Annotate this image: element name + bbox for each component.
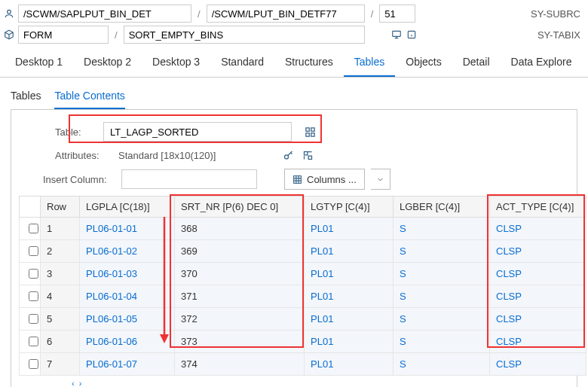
cell-lgber[interactable]: S: [400, 223, 406, 234]
cell-act-type[interactable]: CLSP: [496, 336, 522, 347]
subtab-table-contents[interactable]: Table Contents: [54, 85, 124, 109]
cell-lgtyp[interactable]: PL01: [311, 223, 333, 234]
cell-srt-nr: 373: [181, 336, 198, 347]
col-lgtyp[interactable]: LGTYP [C(4)]: [305, 197, 394, 218]
event-type-input[interactable]: [18, 26, 109, 44]
col-srt-nr[interactable]: SRT_NR [P(6) DEC 0]: [175, 197, 305, 218]
table-row[interactable]: 5PL06-01-05372PL01SCLSP: [20, 308, 586, 331]
monitor-icon[interactable]: [390, 29, 403, 41]
cell-lgtyp[interactable]: PL01: [311, 245, 333, 257]
cell-act-type[interactable]: CLSP: [496, 223, 522, 234]
horizontal-scroll-arrows[interactable]: ‹›: [19, 376, 569, 387]
cell-lgtyp[interactable]: PL01: [311, 358, 333, 370]
cell-act-type[interactable]: CLSP: [496, 313, 522, 325]
tab-desktop-3[interactable]: Desktop 3: [142, 48, 210, 77]
cell-lgpla[interactable]: PL06-01-02: [86, 245, 137, 257]
table-row[interactable]: 1PL06-01-01368PL01SCLSP: [20, 218, 586, 240]
cell-srt-nr: 371: [181, 291, 198, 302]
cell-lgpla[interactable]: PL06-01-07: [86, 358, 137, 370]
row-number: 4: [41, 285, 80, 308]
line-input[interactable]: [379, 5, 415, 23]
table-label: Table:: [55, 126, 97, 138]
cube-icon: [3, 29, 15, 41]
content-subtabs: Tables Table Contents: [0, 78, 588, 109]
attributes-row: Attributes: Standard [18x10(120)]: [55, 149, 569, 161]
info-icon[interactable]: [406, 29, 418, 41]
expand-icon[interactable]: [302, 149, 314, 161]
cell-srt-nr: 370: [181, 268, 198, 279]
cell-lgber[interactable]: S: [400, 245, 406, 257]
cell-act-type[interactable]: CLSP: [496, 245, 522, 257]
program-toolbar: / / SY-SUBRC / SY-TABIX: [0, 0, 588, 48]
chevron-down-icon: [376, 175, 384, 184]
cell-lgber[interactable]: S: [400, 358, 406, 370]
cell-lgber[interactable]: S: [400, 268, 406, 279]
columns-dropdown-toggle[interactable]: [371, 169, 390, 190]
row-checkbox[interactable]: [29, 314, 38, 324]
separator: /: [194, 8, 204, 20]
cell-lgtyp[interactable]: PL01: [311, 336, 333, 347]
svg-rect-10: [294, 175, 302, 183]
cell-lgpla[interactable]: PL06-01-01: [86, 223, 137, 234]
tab-desktop-2[interactable]: Desktop 2: [73, 48, 142, 77]
cell-act-type[interactable]: CLSP: [496, 358, 522, 370]
program-input[interactable]: [18, 5, 191, 23]
tab-structures[interactable]: Structures: [274, 48, 344, 77]
col-lgber[interactable]: LGBER [C(4)]: [394, 197, 490, 218]
table-row[interactable]: 7PL06-01-07374PL01SCLSP: [20, 353, 586, 376]
cell-act-type[interactable]: CLSP: [496, 291, 522, 302]
row-checkbox[interactable]: [29, 224, 38, 233]
cell-lgtyp[interactable]: PL01: [311, 291, 333, 302]
col-checkbox: [20, 197, 41, 218]
header-row: Row LGPLA [C(18)] SRT_NR [P(6) DEC 0] LG…: [20, 197, 586, 218]
event-name-input[interactable]: [124, 26, 365, 44]
tab-standard[interactable]: Standard: [210, 48, 274, 77]
svg-rect-1: [392, 31, 400, 36]
row-checkbox[interactable]: [29, 291, 38, 301]
insert-column-input[interactable]: [121, 169, 257, 189]
svg-rect-9: [308, 156, 311, 159]
columns-config-button[interactable]: Columns ...: [284, 169, 365, 190]
cell-lgber[interactable]: S: [400, 336, 406, 347]
cell-act-type[interactable]: CLSP: [496, 268, 522, 279]
include-input[interactable]: [207, 5, 365, 23]
cell-srt-nr: 368: [181, 223, 198, 234]
table-row[interactable]: 2PL06-01-02369PL01SCLSP: [20, 240, 586, 263]
table-row[interactable]: 4PL06-01-04371PL01SCLSP: [20, 285, 586, 308]
content-frame: Table: Attributes: Standard [18x10(120)]…: [11, 109, 577, 387]
row-checkbox[interactable]: [29, 246, 38, 256]
key-icon[interactable]: [282, 149, 294, 161]
col-row[interactable]: Row: [41, 197, 80, 218]
col-act-type[interactable]: ACT_TYPE [C(4)]: [490, 197, 586, 218]
table-row[interactable]: 3PL06-01-03370PL01SCLSP: [20, 263, 586, 285]
svg-point-7: [284, 154, 288, 158]
cell-lgpla[interactable]: PL06-01-06: [86, 336, 137, 347]
scroll-right-icon: ›: [79, 379, 82, 387]
table-wrapper: Row LGPLA [C(18)] SRT_NR [P(6) DEC 0] LG…: [19, 196, 569, 387]
row-number: 1: [41, 218, 80, 240]
grid-icon[interactable]: [304, 126, 316, 138]
table-row[interactable]: 6PL06-01-06373PL01SCLSP: [20, 331, 586, 353]
cell-lgpla[interactable]: PL06-01-05: [86, 313, 137, 325]
row-checkbox[interactable]: [29, 359, 38, 369]
attributes-label: Attributes:: [55, 150, 112, 161]
tab-tables[interactable]: Tables: [344, 48, 395, 77]
tab-detail[interactable]: Detail: [452, 48, 501, 77]
cell-srt-nr: 372: [181, 313, 198, 325]
cell-lgber[interactable]: S: [400, 291, 406, 302]
cell-lgtyp[interactable]: PL01: [311, 313, 333, 325]
svg-point-0: [8, 10, 11, 14]
cell-lgtyp[interactable]: PL01: [311, 268, 333, 279]
cell-lgpla[interactable]: PL06-01-03: [86, 268, 137, 279]
desktop-tabstrip: Desktop 1 Desktop 2 Desktop 3 Standard S…: [0, 48, 588, 78]
subtab-tables[interactable]: Tables: [11, 85, 41, 109]
tab-data-explorer[interactable]: Data Explore: [501, 48, 583, 77]
tab-desktop-1[interactable]: Desktop 1: [5, 48, 73, 77]
row-checkbox[interactable]: [29, 269, 38, 279]
cell-lgber[interactable]: S: [400, 313, 406, 325]
cell-lgpla[interactable]: PL06-01-04: [86, 291, 137, 302]
row-checkbox[interactable]: [29, 337, 38, 346]
table-name-input[interactable]: [103, 122, 292, 142]
tab-objects[interactable]: Objects: [395, 48, 452, 77]
col-lgpla[interactable]: LGPLA [C(18)]: [80, 197, 175, 218]
